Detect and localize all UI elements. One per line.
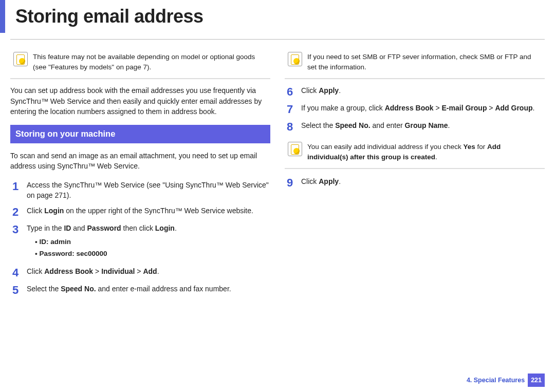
text: and enter e-mail address and fax number. — [96, 285, 231, 293]
step-number: 1 — [10, 180, 21, 192]
page-footer: 4. Special Features 221 — [467, 374, 545, 387]
text: . — [533, 104, 535, 112]
step-4: 4 Click Address Book > Individual > Add. — [10, 266, 270, 278]
note-icon — [288, 52, 302, 66]
text: . — [435, 153, 437, 161]
step-2: 2 Click Login on the upper right of the … — [10, 206, 270, 218]
step-body: Click Login on the upper right of the Sy… — [27, 206, 270, 216]
credentials-list: ID: admin Password: sec00000 — [27, 237, 270, 259]
step-number: 9 — [285, 176, 295, 189]
text: > — [93, 267, 101, 275]
note-text: This feature may not be available depend… — [33, 52, 267, 72]
bold: Address Book — [385, 104, 434, 112]
text: . — [448, 121, 450, 129]
step-7: 7 If you make a group, click Address Boo… — [285, 103, 545, 115]
bold: Apply — [319, 177, 339, 185]
step-6: 6 Click Apply. — [285, 85, 545, 98]
text: and enter — [371, 121, 405, 129]
section-intro: To scan and send an image as an email at… — [10, 151, 270, 172]
text: Type in the — [27, 224, 64, 232]
text: for — [475, 143, 487, 151]
bold: Address Book — [44, 267, 93, 275]
step-number: 7 — [285, 103, 295, 115]
step-1: 1 Access the SyncThru™ Web Service (see … — [10, 180, 270, 201]
bold: Login — [44, 207, 64, 215]
note-feature-availability: This feature may not be available depend… — [10, 48, 270, 79]
note-text: If you need to set SMB or FTP sever info… — [307, 52, 542, 72]
bold: Apply — [319, 86, 339, 95]
bold: Speed No. — [335, 121, 370, 129]
title-divider — [10, 39, 545, 40]
note-add-individual: You can easily add individual address if… — [285, 138, 545, 164]
bold: ID — [64, 224, 71, 232]
note-icon — [288, 142, 302, 156]
text: Click — [27, 207, 44, 215]
bold: Password — [87, 224, 121, 232]
text: . — [339, 86, 341, 95]
step-body: If you make a group, click Address Book … — [301, 103, 545, 113]
bold: Yes — [463, 143, 475, 151]
text: If you make a group, click — [301, 104, 385, 112]
text: > — [135, 267, 143, 275]
bold: Individual — [101, 267, 135, 275]
steps-right: 6 Click Apply. 7 If you make a group, cl… — [285, 85, 545, 133]
step-body: Click Apply. — [301, 85, 545, 96]
steps-right-2: 9 Click Apply. — [285, 176, 545, 189]
credential-password: Password: sec00000 — [35, 249, 270, 259]
step-number: 5 — [10, 284, 21, 296]
intro-paragraph: You can set up address book with the ema… — [10, 85, 270, 117]
text: then click — [121, 224, 155, 232]
credential-id: ID: admin — [35, 237, 270, 247]
section-heading: Storing on your machine — [10, 125, 270, 143]
step-number: 6 — [285, 85, 295, 98]
text: Click — [301, 86, 319, 95]
step-3: 3 Type in the ID and Password then click… — [10, 223, 270, 260]
steps-left: 1 Access the SyncThru™ Web Service (see … — [10, 180, 270, 296]
bold: Add Group — [495, 104, 532, 112]
step-5: 5 Select the Speed No. and enter e-mail … — [10, 284, 270, 296]
footer-page-number: 221 — [528, 374, 545, 387]
text: > — [434, 104, 442, 112]
page-title: Storing email address — [0, 0, 555, 33]
text: . — [157, 267, 159, 275]
step-body: Access the SyncThru™ Web Service (see "U… — [27, 180, 270, 201]
note-text: You can easily add individual address if… — [307, 142, 542, 162]
bold: Speed No. — [61, 285, 96, 293]
bold: Group Name — [405, 121, 448, 129]
text: and — [71, 224, 87, 232]
step-9: 9 Click Apply. — [285, 176, 545, 189]
step-body: Select the Speed No. and enter e-mail ad… — [27, 284, 270, 294]
step-number: 3 — [10, 223, 21, 235]
note-icon — [13, 52, 28, 66]
text: . — [175, 224, 177, 232]
left-column: This feature may not be available depend… — [10, 48, 270, 301]
text: Select the — [301, 121, 335, 129]
note-divider — [285, 168, 545, 169]
step-number: 2 — [10, 206, 21, 218]
right-column: If you need to set SMB or FTP sever info… — [285, 48, 545, 301]
step-8: 8 Select the Speed No. and enter Group N… — [285, 120, 545, 133]
footer-chapter: 4. Special Features — [467, 376, 525, 385]
step-body: Select the Speed No. and enter Group Nam… — [301, 120, 545, 130]
step-body: Click Address Book > Individual > Add. — [27, 266, 270, 276]
text: on the upper right of the SyncThru™ Web … — [64, 207, 253, 215]
step-number: 4 — [10, 266, 21, 278]
text: You can easily add individual address if… — [307, 143, 463, 151]
step-number: 8 — [285, 120, 295, 133]
content-columns: This feature may not be available depend… — [0, 48, 555, 301]
note-smb-ftp: If you need to set SMB or FTP sever info… — [285, 48, 545, 79]
bold: E-mail Group — [442, 104, 487, 112]
text: > — [487, 104, 495, 112]
step-body: Type in the ID and Password then click L… — [27, 223, 270, 260]
text: . — [339, 177, 341, 185]
text: Select the — [27, 285, 61, 293]
text: Click — [27, 267, 44, 275]
text: Click — [301, 177, 319, 185]
bold: Add — [143, 267, 157, 275]
step-body: Click Apply. — [301, 176, 545, 186]
bold: Login — [155, 224, 175, 232]
